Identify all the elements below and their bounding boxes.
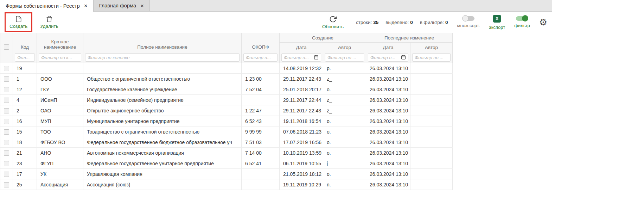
column-header-created-date[interactable]: Дата	[280, 43, 323, 52]
row-checkbox[interactable]	[4, 87, 9, 92]
filter-input-created-author[interactable]	[325, 53, 364, 62]
column-header-code[interactable]: Код	[13, 33, 37, 52]
filter-input-created-date[interactable]	[281, 53, 321, 62]
table-row[interactable]: 2ОАООткрытое акционерное общество1 22 47…	[0, 105, 453, 116]
column-header-modified-author[interactable]: Автор	[410, 43, 453, 52]
cell-created-author: o.	[323, 137, 366, 148]
row-checkbox[interactable]	[4, 119, 9, 124]
group-header-creation: Создание	[280, 33, 366, 43]
cell-short-name: УК	[37, 169, 83, 179]
table-row[interactable]: 21АНОАвтономная некоммерческая организац…	[0, 148, 453, 158]
row-checkbox[interactable]	[4, 161, 9, 166]
tab-label: Главная форма	[99, 3, 136, 8]
cell-modified-author	[410, 105, 453, 116]
cell-full-name: Муниципальное унитарное предприятие	[83, 116, 242, 127]
select-all-header[interactable]	[0, 33, 13, 52]
row-checkbox-cell	[0, 95, 13, 105]
row-checkbox-cell	[0, 63, 13, 74]
cell-created-author: o.	[323, 84, 366, 95]
row-checkbox[interactable]	[4, 76, 9, 82]
row-checkbox[interactable]	[4, 172, 9, 177]
row-checkbox-cell	[0, 158, 13, 169]
column-header-created-author[interactable]: Автор	[323, 43, 366, 52]
row-checkbox[interactable]	[4, 150, 9, 156]
table-row[interactable]: 18ФГБОУ ВОФедеральное государственное бю…	[0, 137, 453, 148]
cell-code: 23	[13, 158, 37, 169]
table-row[interactable]: 25АссоциацияАссоциация (союз)19.11.2019 …	[0, 179, 453, 190]
filter-toggle[interactable]: фильтр	[514, 16, 530, 28]
tab-close-icon[interactable]: ×	[84, 3, 88, 9]
table-row[interactable]: 4ИСемПИндивидуальное (семейное) предприя…	[0, 95, 453, 105]
multisort-toggle[interactable]: множ.сорт.	[457, 16, 480, 28]
cell-okopf: 7 14 00	[242, 148, 280, 158]
row-checkbox-cell	[0, 179, 13, 190]
cell-created-date: 14.08.2019 12:32	[280, 63, 323, 74]
column-header-short-name[interactable]: Краткое наименование	[37, 33, 83, 52]
row-checkbox[interactable]	[4, 108, 9, 113]
cell-created-date: 29.11.2017 22:43	[280, 105, 323, 116]
filter-input-modified-date[interactable]	[368, 53, 408, 62]
toggle-on-switch[interactable]	[516, 16, 528, 21]
filter-input-code[interactable]	[15, 53, 35, 62]
row-checkbox[interactable]	[4, 129, 9, 135]
delete-button[interactable]: Удалить	[37, 14, 62, 31]
row-checkbox[interactable]	[4, 182, 9, 187]
cell-short-name: ФГБОУ ВО	[37, 137, 83, 148]
calendar-icon[interactable]	[400, 55, 406, 61]
table-row[interactable]: 12ГКУГосударственное казенное учреждение…	[0, 84, 453, 95]
cell-created-date: 29.11.2017 22:43	[280, 74, 323, 84]
table-row[interactable]: 1ООООбщество с ограниченной ответственно…	[0, 74, 453, 84]
tab-forms-registry[interactable]: Формы собственности - Реестр ×	[0, 0, 94, 12]
filter-input-modified-author[interactable]	[412, 53, 451, 62]
table-body: 19__14.08.2019 12:32p.26.03.2024 13:101О…	[0, 63, 453, 190]
table-row[interactable]: 16МУПМуниципальное унитарное предприятие…	[0, 116, 453, 127]
cell-short-name: МУП	[37, 116, 83, 127]
calendar-icon[interactable]	[313, 55, 319, 61]
cell-created-author: o.	[323, 116, 366, 127]
cell-full-name: Открытое акционерное общество	[83, 105, 242, 116]
column-header-okopf[interactable]: ОКОПФ	[242, 33, 280, 52]
table-row[interactable]: 17УКУправляющая компания21.05.2019 18:12…	[0, 169, 453, 179]
cell-modified-author	[410, 95, 453, 105]
cell-okopf: 9 99 99	[242, 127, 280, 137]
column-header-full-name[interactable]: Полное наименование	[83, 33, 242, 52]
gear-icon[interactable]: ⚙	[539, 18, 547, 27]
filter-input-okopf[interactable]	[243, 53, 278, 62]
tab-close-icon[interactable]: ×	[140, 3, 144, 9]
cell-created-date: 19.11.2018 16:54	[280, 116, 323, 127]
select-all-checkbox[interactable]	[4, 44, 9, 50]
row-checkbox[interactable]	[4, 98, 9, 103]
column-header-modified-date[interactable]: Дата	[366, 43, 410, 52]
refresh-button[interactable]: Обновить	[319, 14, 347, 31]
cell-created-date: 19.11.2019 10:29	[280, 179, 323, 190]
cell-okopf	[242, 95, 280, 105]
cell-modified-date: 26.03.2024 13:10	[366, 169, 410, 179]
filter-input-full-name[interactable]	[85, 53, 240, 62]
toggle-off-switch[interactable]	[463, 16, 474, 21]
cell-created-author: n.	[323, 179, 366, 190]
cell-modified-date: 26.03.2024 13:10	[366, 95, 410, 105]
grid-stats: строки:35 выделено:0 в фильтре:0	[356, 20, 448, 25]
create-button[interactable]: Создать	[6, 14, 31, 31]
row-checkbox-cell	[0, 84, 13, 95]
table-row[interactable]: 15ТООТоварищество с ограниченной ответст…	[0, 127, 453, 137]
table-row[interactable]: 19__14.08.2019 12:32p.26.03.2024 13:10	[0, 63, 453, 74]
row-checkbox[interactable]	[4, 66, 9, 71]
cell-code: 15	[13, 127, 37, 137]
cell-full-name: Федеральное государственное унитарное пр…	[83, 158, 242, 169]
filter-input-short-name[interactable]	[39, 53, 81, 62]
cell-full-name: _	[83, 63, 242, 74]
cell-okopf: 6 52 41	[242, 158, 280, 169]
cell-short-name: Ассоциация	[37, 179, 83, 190]
cell-short-name: ТОО	[37, 127, 83, 137]
cell-modified-date: 26.03.2024 13:10	[366, 127, 410, 137]
export-button[interactable]: X экспорт	[489, 15, 505, 30]
cell-okopf	[242, 179, 280, 190]
cell-code: 12	[13, 84, 37, 95]
cell-short-name: ФГУП	[37, 158, 83, 169]
table-row[interactable]: 23ФГУПФедеральное государственное унитар…	[0, 158, 453, 169]
row-checkbox[interactable]	[4, 140, 9, 145]
cell-created-date: 25.01.2018 20:17	[280, 84, 323, 95]
tab-main-form[interactable]: Главная форма ×	[94, 0, 150, 11]
registry-grid: Код Краткое наименование Полное наименов…	[0, 33, 453, 190]
